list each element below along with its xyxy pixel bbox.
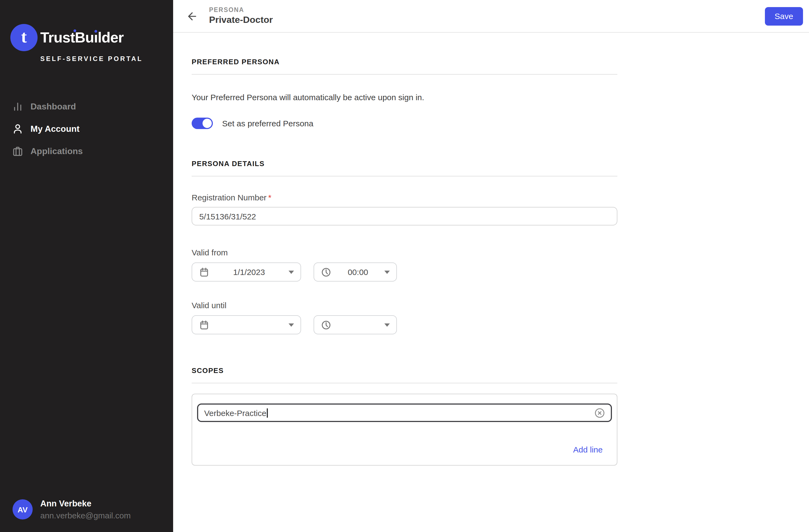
calendar-icon bbox=[199, 319, 210, 330]
avatar: AV bbox=[13, 499, 33, 519]
preferred-persona-description: Your Preferred Persona will automaticall… bbox=[192, 92, 617, 102]
brand-part: Trus bbox=[40, 29, 70, 46]
main-area: PERSONA Private-Doctor Save PREFERRED PE… bbox=[173, 0, 809, 532]
scope-line-value: Verbeke-Practice bbox=[204, 408, 266, 417]
sidebar-item-my-account[interactable]: My Account bbox=[0, 118, 173, 140]
valid-until-label: Valid until bbox=[192, 301, 617, 310]
sidebar-item-label: Applications bbox=[31, 146, 83, 156]
valid-until-time-picker[interactable] bbox=[314, 315, 397, 334]
toggle-knob bbox=[203, 119, 212, 128]
valid-from-row: 1/1/2023 00:00 bbox=[192, 262, 617, 281]
divider bbox=[192, 383, 617, 383]
brand-part: t bbox=[70, 29, 75, 46]
briefcase-icon bbox=[12, 145, 23, 157]
brand-name: TrustBuılder bbox=[40, 29, 124, 46]
divider bbox=[192, 176, 617, 176]
valid-from-time-value: 00:00 bbox=[331, 268, 384, 277]
brand-part: lder bbox=[98, 29, 124, 46]
sidebar: t TrustBuılder SELF-SERVICE PORTAL Dashb… bbox=[0, 0, 173, 532]
title-group: PERSONA Private-Doctor bbox=[209, 6, 273, 25]
valid-from-date-picker[interactable]: 1/1/2023 bbox=[192, 262, 301, 281]
registration-number-field[interactable]: 5/15136/31/522 bbox=[192, 207, 617, 225]
bar-chart-icon bbox=[12, 101, 23, 112]
brand-accent-dot bbox=[94, 30, 97, 32]
user-email: ann.verbeke@gmail.com bbox=[40, 511, 131, 520]
page-title: Private-Doctor bbox=[209, 15, 273, 25]
user-name: Ann Verbeke bbox=[40, 499, 131, 509]
logo-letter: t bbox=[21, 27, 27, 47]
add-line-row: Add line bbox=[197, 445, 612, 454]
scope-line-input[interactable]: Verbeke-Practice bbox=[197, 404, 612, 422]
valid-from-date-value: 1/1/2023 bbox=[210, 268, 289, 277]
text-cursor bbox=[267, 408, 268, 417]
preferred-persona-heading: PREFERRED PERSONA bbox=[192, 58, 617, 66]
add-line-link[interactable]: Add line bbox=[573, 445, 603, 454]
save-button[interactable]: Save bbox=[765, 7, 803, 25]
sidebar-nav: Dashboard My Account Applications bbox=[0, 95, 173, 162]
scopes-heading: SCOPES bbox=[192, 366, 617, 375]
page-eyebrow: PERSONA bbox=[209, 6, 273, 13]
brand-accent-dot bbox=[73, 29, 76, 32]
divider bbox=[192, 74, 617, 74]
chevron-down-icon bbox=[289, 270, 294, 274]
persona-details-heading: PERSONA DETAILS bbox=[192, 159, 617, 168]
chevron-down-icon bbox=[384, 323, 390, 326]
valid-until-date-picker[interactable] bbox=[192, 315, 301, 334]
clear-circle-icon bbox=[594, 407, 605, 418]
brand-logo: t TrustBuılder bbox=[10, 24, 173, 51]
brand-part: Bu bbox=[75, 29, 94, 46]
back-button[interactable] bbox=[185, 8, 200, 24]
required-asterisk: * bbox=[268, 193, 271, 202]
registration-number-value: 5/15136/31/522 bbox=[199, 211, 256, 221]
scopes-card: Verbeke-Practice Add line bbox=[192, 394, 617, 466]
registration-number-label: Registration Number* bbox=[192, 193, 617, 202]
clock-icon bbox=[321, 267, 331, 277]
user-info: Ann Verbeke ann.verbeke@gmail.com bbox=[40, 499, 131, 520]
toggle-label: Set as preferred Persona bbox=[222, 119, 313, 128]
user-icon bbox=[12, 123, 23, 135]
sidebar-item-label: My Account bbox=[31, 124, 80, 134]
app-root: t TrustBuılder SELF-SERVICE PORTAL Dashb… bbox=[0, 0, 809, 532]
calendar-icon bbox=[199, 267, 210, 277]
sidebar-item-label: Dashboard bbox=[31, 102, 76, 111]
user-profile[interactable]: AV Ann Verbeke ann.verbeke@gmail.com bbox=[0, 499, 173, 532]
brand-subtitle: SELF-SERVICE PORTAL bbox=[40, 55, 173, 63]
valid-until-row bbox=[192, 315, 617, 334]
clear-scope-button[interactable] bbox=[594, 407, 605, 418]
arrow-left-icon bbox=[186, 10, 198, 22]
sidebar-item-applications[interactable]: Applications bbox=[0, 140, 173, 162]
valid-from-time-picker[interactable]: 00:00 bbox=[314, 262, 397, 281]
sidebar-item-dashboard[interactable]: Dashboard bbox=[0, 95, 173, 118]
brand-part: ı bbox=[94, 29, 98, 46]
valid-from-label: Valid from bbox=[192, 248, 617, 257]
chevron-down-icon bbox=[289, 323, 294, 326]
clock-icon bbox=[321, 319, 331, 330]
preferred-persona-row: Set as preferred Persona bbox=[192, 118, 617, 129]
page-header: PERSONA Private-Doctor Save bbox=[173, 0, 809, 33]
chevron-down-icon bbox=[384, 270, 390, 274]
preferred-persona-toggle[interactable] bbox=[192, 118, 213, 129]
trustbuilder-logo-icon: t bbox=[10, 24, 38, 51]
form-content: PREFERRED PERSONA Your Preferred Persona… bbox=[192, 33, 617, 466]
